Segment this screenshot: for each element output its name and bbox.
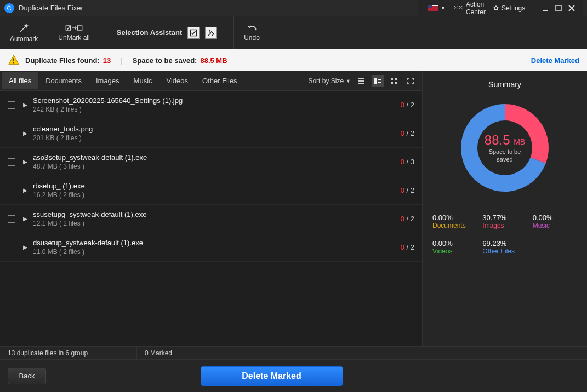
- grid-icon: ⁙⁙: [453, 4, 463, 11]
- legend-pct: 0.00%: [533, 214, 577, 222]
- expand-icon[interactable]: ▶: [23, 130, 27, 136]
- found-label: Duplicate Files found:: [25, 56, 100, 65]
- action-center-label: Action Center: [466, 1, 486, 16]
- svg-rect-8: [428, 5, 432, 8]
- legend-pct: 0.00%: [432, 214, 477, 222]
- expand-icon[interactable]: ▶: [23, 244, 27, 250]
- delete-marked-link[interactable]: Delete Marked: [531, 56, 579, 65]
- donut-value: 88.5 MB: [480, 132, 529, 148]
- automark-label: Automark: [10, 35, 38, 43]
- tab-other-files[interactable]: Other Files: [196, 72, 244, 89]
- file-group-row[interactable]: ▶ssusetupg_systweak-default (1).exe12.1 …: [0, 205, 422, 233]
- status-group-count: 13 duplicate files in 6 group: [0, 347, 137, 359]
- info-bar: Duplicate Files found: 13 | Space to be …: [0, 49, 587, 71]
- file-count: 0 / 2: [401, 129, 414, 137]
- row-checkbox[interactable]: [8, 244, 15, 251]
- automark-button[interactable]: Automark: [0, 16, 48, 49]
- view-detail-button[interactable]: [372, 75, 384, 87]
- legend-item: 30.77%Images: [482, 214, 527, 229]
- file-count: 0 / 3: [401, 158, 414, 166]
- space-label: Space to be saved:: [133, 56, 197, 65]
- file-group-row[interactable]: ▶Screenshot_20200225-165640_Settings (1)…: [0, 91, 422, 119]
- svg-rect-16: [13, 58, 14, 61]
- svg-rect-7: [428, 10, 438, 10]
- file-group-row[interactable]: ▶rbsetup_ (1).exe16.2 MB ( 2 files )0 / …: [0, 176, 422, 205]
- unmark-all-button[interactable]: UnMark all: [48, 16, 100, 49]
- svg-rect-26: [395, 78, 397, 80]
- file-group-row[interactable]: ▶aso3setup_systweak-default (1).exe48.7 …: [0, 148, 422, 176]
- tab-documents[interactable]: Documents: [39, 72, 88, 89]
- legend-label: Videos: [432, 247, 477, 255]
- action-center-button[interactable]: ⁙⁙ Action Center: [453, 1, 486, 16]
- view-grid-button[interactable]: [388, 75, 400, 87]
- file-list[interactable]: ▶Screenshot_20200225-165640_Settings (1)…: [0, 91, 422, 346]
- svg-rect-28: [395, 82, 397, 84]
- donut-sub: Space to be saved: [480, 148, 529, 164]
- chart-legend: 0.00%Documents30.77%Images0.00%Music0.00…: [432, 214, 577, 255]
- svg-line-1: [10, 9, 12, 10]
- legend-pct: 30.77%: [482, 214, 527, 222]
- minimize-button[interactable]: [542, 4, 549, 12]
- file-group-row[interactable]: ▶ccleaner_tools.png201 KB ( 2 files )0 /…: [0, 119, 422, 148]
- row-checkbox[interactable]: [8, 215, 15, 223]
- maximize-button[interactable]: [555, 4, 562, 12]
- svg-rect-6: [428, 9, 438, 9]
- legend-label: Documents: [432, 222, 477, 229]
- file-size: 11.0 MB ( 2 files ): [33, 248, 401, 256]
- legend-label: Music: [533, 222, 577, 229]
- row-checkbox[interactable]: [8, 130, 15, 137]
- file-name: ssusetupg_systweak-default (1).exe: [33, 210, 401, 218]
- file-group-row[interactable]: ▶dsusetup_systweak-default (1).exe11.0 M…: [0, 233, 422, 262]
- svg-point-0: [7, 6, 10, 9]
- assistant-tools-button[interactable]: [205, 27, 217, 39]
- file-size: 16.2 MB ( 2 files ): [33, 191, 401, 199]
- row-checkbox[interactable]: [8, 187, 15, 194]
- warning-icon: [8, 54, 20, 66]
- view-list-button[interactable]: [355, 75, 367, 87]
- file-name: dsusetup_systweak-default (1).exe: [33, 239, 401, 247]
- svg-rect-22: [374, 82, 377, 84]
- back-button[interactable]: Back: [8, 368, 46, 384]
- undo-icon: [247, 24, 258, 32]
- fullscreen-button[interactable]: [404, 75, 417, 87]
- svg-rect-25: [391, 78, 393, 80]
- selection-assistant: Selection Assistant: [100, 16, 234, 49]
- expand-icon[interactable]: ▶: [23, 216, 27, 222]
- unmark-icon: [65, 24, 83, 32]
- tab-videos[interactable]: Videos: [160, 72, 195, 89]
- tab-music[interactable]: Music: [127, 72, 159, 89]
- settings-button[interactable]: ✿ Settings: [493, 4, 525, 12]
- close-button[interactable]: [568, 4, 575, 12]
- filter-tabs: All filesDocumentsImagesMusicVideosOther…: [0, 71, 422, 91]
- row-checkbox[interactable]: [8, 158, 15, 166]
- language-flag[interactable]: ▼: [428, 5, 446, 11]
- file-count: 0 / 2: [401, 101, 414, 109]
- file-name: aso3setup_systweak-default (1).exe: [33, 153, 401, 162]
- separator: |: [121, 56, 122, 65]
- results-panel: All filesDocumentsImagesMusicVideosOther…: [0, 71, 423, 346]
- delete-marked-button[interactable]: Delete Marked: [201, 366, 343, 386]
- tab-all-files[interactable]: All files: [2, 72, 38, 89]
- expand-icon[interactable]: ▶: [23, 159, 27, 165]
- summary-title: Summary: [432, 80, 577, 89]
- status-bar: 13 duplicate files in 6 group 0 Marked: [0, 346, 587, 359]
- file-name: Screenshot_20200225-165640_Settings (1).…: [33, 96, 401, 105]
- svg-rect-17: [13, 62, 14, 64]
- legend-label: Images: [482, 222, 527, 229]
- file-size: 242 KB ( 2 files ): [33, 106, 401, 113]
- legend-pct: 69.23%: [482, 239, 527, 247]
- wand-icon: [19, 23, 29, 33]
- expand-icon[interactable]: ▶: [23, 102, 27, 108]
- tab-images[interactable]: Images: [89, 72, 126, 89]
- sort-dropdown[interactable]: Sort by Size ▼: [308, 77, 351, 85]
- toolbar: Automark UnMark all Selection Assistant …: [0, 16, 587, 49]
- svg-rect-27: [391, 82, 393, 84]
- legend-item: 69.23%Other Files: [482, 239, 527, 255]
- found-count: 13: [103, 56, 111, 65]
- assistant-mark-button[interactable]: [187, 27, 200, 39]
- row-checkbox[interactable]: [8, 101, 15, 109]
- file-count: 0 / 2: [401, 186, 414, 194]
- file-count: 0 / 2: [401, 215, 414, 223]
- undo-button[interactable]: Undo: [234, 16, 270, 49]
- expand-icon[interactable]: ▶: [23, 187, 27, 193]
